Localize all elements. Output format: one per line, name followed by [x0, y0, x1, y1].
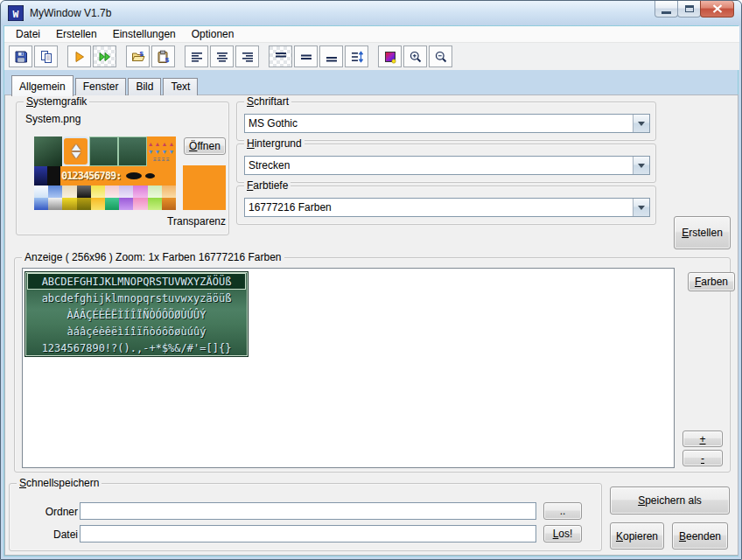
transparenz-label: Transparenz	[109, 215, 226, 228]
svg-text:W: W	[13, 9, 19, 20]
menu-erstellen[interactable]: Erstellen	[48, 26, 105, 42]
tabstrip: Allgemein Fenster Bild Text	[11, 74, 200, 95]
schriftart-group: Schriftart MS Gothic	[236, 102, 656, 141]
paste-button[interactable]: $	[151, 46, 175, 67]
menu-optionen[interactable]: Optionen	[184, 26, 242, 42]
open-folder-button[interactable]: $	[126, 46, 150, 67]
up-arrow-icon	[72, 144, 80, 150]
sprite-digits: 0123456789:	[60, 170, 121, 182]
font-preview-image: ABCDEFGHIJKLMNOPQRSTUVWXYZÄÖÜß abcdefghi…	[24, 271, 248, 357]
menu-einstellungen[interactable]: Einstellungen	[105, 26, 184, 42]
beenden-button[interactable]: Beenden	[672, 522, 728, 550]
palette-swatch	[91, 198, 105, 210]
run-all-button[interactable]	[93, 46, 116, 67]
sprite-digit-strip: 0123456789:	[60, 166, 176, 186]
sprite-tile-scroll-arrows	[62, 136, 89, 166]
open-file-button[interactable]: Öffnen	[184, 137, 226, 155]
svg-text:$: $	[139, 50, 144, 58]
run-icon	[73, 50, 87, 64]
toolbar: $ $	[4, 43, 739, 70]
zoom-minus-button[interactable]: -	[682, 450, 723, 466]
schriftart-value: MS Gothic	[245, 115, 633, 132]
run-button[interactable]	[67, 46, 91, 67]
farbtiefe-dropdown-button[interactable]	[633, 199, 649, 216]
tab-fenster[interactable]: Fenster	[75, 78, 127, 95]
schriftart-combobox[interactable]: MS Gothic	[244, 114, 650, 133]
hintergrund-dropdown-button[interactable]	[633, 157, 649, 174]
sprite-tile-black	[47, 166, 60, 186]
palette-swatch	[133, 198, 147, 210]
farbtiefe-combobox[interactable]: 16777216 Farben	[244, 198, 650, 217]
browse-button[interactable]: ..	[543, 502, 582, 520]
colors-button[interactable]	[378, 46, 402, 67]
schriftart-group-title: Schriftart	[244, 95, 291, 108]
palette-swatch	[48, 198, 62, 210]
farben-button[interactable]: Farben	[688, 272, 735, 291]
minimize-button[interactable]	[654, 1, 678, 18]
minimize-icon	[662, 11, 671, 14]
speichern-als-button[interactable]: Speichern als	[610, 486, 730, 514]
tab-bild[interactable]: Bild	[128, 78, 161, 95]
ordner-input[interactable]	[80, 502, 536, 520]
maximize-button[interactable]	[677, 1, 701, 18]
schriftart-dropdown-button[interactable]	[633, 115, 649, 132]
valign-bottom-button[interactable]	[319, 46, 343, 67]
sprite-tile-green-panel	[118, 136, 147, 166]
palette-swatch	[34, 186, 48, 198]
farbtiefe-group-title: Farbtiefe	[244, 179, 290, 192]
align-center-button[interactable]	[210, 46, 234, 67]
pattern-row: ▼▼▼▼	[148, 148, 176, 156]
sprite-palette-row1	[34, 186, 176, 198]
app-window: W MyWindow V1.7b Datei Erstellen Einstel…	[0, 0, 742, 560]
erstellen-button[interactable]: Erstellen	[674, 216, 731, 249]
kopieren-button[interactable]: Kopieren	[610, 522, 664, 550]
farbtiefe-group: Farbtiefe 16777216 Farben	[236, 186, 656, 225]
preview-line: abcdefghijklmnopqrstuvwxyzäöüß	[25, 292, 248, 304]
valign-bottom-icon	[325, 50, 339, 64]
zoom-in-button[interactable]	[403, 46, 427, 67]
palette-swatch	[162, 186, 176, 198]
app-icon: W	[8, 5, 24, 21]
paste-icon: $	[157, 50, 171, 64]
close-button[interactable]	[700, 1, 734, 18]
zoom-out-button[interactable]	[429, 46, 452, 67]
preview-line: àáâçéèêëìíîïñòóôõøùúûý	[25, 326, 248, 338]
zoom-plus-button[interactable]: +	[682, 430, 723, 447]
datei-input[interactable]	[80, 525, 536, 542]
system-png-label: System.png	[25, 113, 80, 125]
zoom-out-icon	[434, 50, 448, 64]
align-left-button[interactable]	[185, 46, 208, 67]
hintergrund-combobox[interactable]: Strecken	[244, 156, 650, 175]
save-button[interactable]	[9, 46, 32, 67]
copy-button[interactable]	[34, 46, 58, 67]
valign-middle-icon	[299, 50, 313, 64]
save-icon	[14, 50, 28, 64]
chevron-down-icon	[638, 164, 645, 168]
sprite-tile-green-gradient	[34, 136, 62, 166]
titlebar[interactable]: W MyWindow V1.7b	[1, 1, 741, 25]
valign-top-button[interactable]	[269, 46, 292, 67]
menubar: Datei Erstellen Einstellungen Optionen	[4, 26, 739, 43]
menu-datei[interactable]: Datei	[8, 26, 48, 42]
transparenz-swatch[interactable]	[183, 165, 226, 210]
window-title: MyWindow V1.7b	[30, 7, 111, 19]
preview-line: ÀÁÂÇÉÈÊËÌÍÎÏÑÒÓÔÕØÙÚÛÝ	[25, 309, 248, 321]
maximize-icon	[685, 5, 694, 12]
tab-allgemein[interactable]: Allgemein	[11, 75, 74, 96]
sprite-ellipse-large	[126, 172, 142, 179]
palette-swatch	[148, 198, 162, 210]
valign-middle-button[interactable]	[294, 46, 318, 67]
line-spacing-icon	[350, 50, 364, 64]
line-spacing-button[interactable]	[345, 46, 368, 67]
palette-swatch	[105, 198, 119, 210]
los-button[interactable]: Los!	[543, 525, 582, 542]
sprite-ellipse-small	[145, 173, 155, 178]
palette-swatch	[133, 186, 147, 198]
align-right-button[interactable]	[235, 46, 259, 67]
hintergrund-value: Strecken	[245, 157, 633, 174]
close-icon	[712, 4, 723, 13]
ordner-label: Ordner	[29, 506, 78, 518]
tab-text[interactable]: Text	[163, 78, 198, 95]
system-graphic-preview: ▲▲▲▲ ▼▼▼▼ ΞΞΞΞ 0123456789:	[34, 136, 176, 210]
anzeige-group-title: Anzeige ( 256x96 ) Zoom: 1x Farben 16777…	[22, 251, 284, 263]
